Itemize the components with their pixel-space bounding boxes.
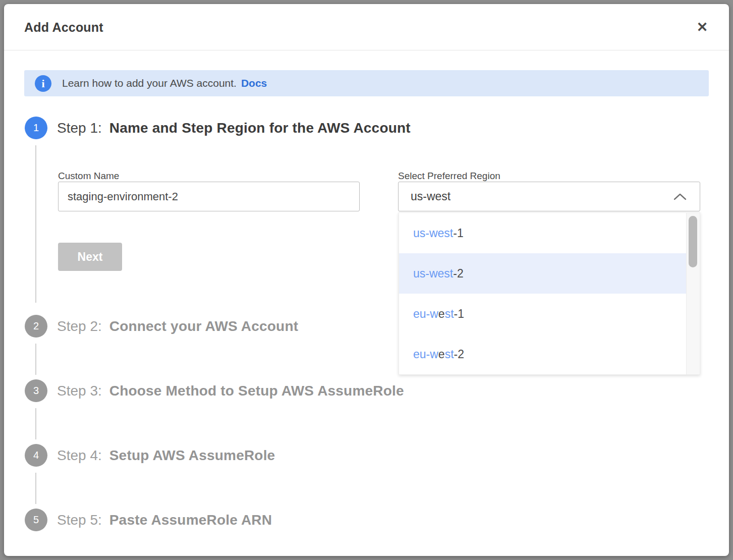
modal-backdrop: { "modal": { "title": "Add Account", "cl…: [0, 0, 733, 560]
region-option-label: eu-west-1: [413, 307, 464, 321]
step-5-badge: 5: [25, 509, 47, 531]
region-option-label: eu-west-2: [413, 348, 464, 361]
step-1-heading: Step 1: Name and Step Region for the AWS…: [57, 120, 411, 136]
add-account-modal: Add Account ✕ i Learn how to add your AW…: [4, 4, 729, 556]
dropdown-scrollbar[interactable]: [686, 213, 700, 374]
custom-name-label: Custom Name: [58, 171, 119, 182]
close-icon[interactable]: ✕: [695, 20, 710, 35]
region-option-us-west-2[interactable]: us-west-2: [399, 253, 687, 294]
page-title: Add Account: [24, 20, 103, 34]
step-2-prefix: Step 2:: [57, 318, 102, 334]
modal-header: Add Account ✕: [4, 4, 729, 50]
step-1-prefix: Step 1:: [57, 120, 102, 136]
step-connector-1: [35, 145, 36, 303]
step-4-title: Setup AWS AssumeRole: [109, 447, 275, 464]
step-2-heading: Step 2: Connect your AWS Account: [57, 318, 298, 334]
step-4-badge: 4: [25, 444, 47, 467]
step-connector-2: [35, 344, 36, 375]
region-option-us-west-1[interactable]: us-west-1: [399, 213, 687, 253]
step-4-prefix: Step 4:: [57, 447, 102, 464]
region-option-label: us-west-1: [413, 227, 464, 240]
region-select-value: us-west: [411, 190, 450, 203]
region-option-eu-west-2[interactable]: eu-west-2: [399, 334, 687, 374]
step-2-badge: 2: [25, 315, 47, 338]
step-3-title: Choose Method to Setup AWS AssumeRole: [109, 383, 404, 399]
step-5-prefix: Step 5:: [57, 512, 102, 528]
info-icon: i: [35, 75, 51, 92]
step-3-badge: 3: [25, 379, 47, 402]
docs-link[interactable]: Docs: [241, 77, 267, 89]
info-banner: i Learn how to add your AWS account. Doc…: [24, 70, 709, 96]
step-5-title: Paste AssumeRole ARN: [109, 512, 272, 528]
custom-name-input[interactable]: [58, 182, 360, 211]
step-3-prefix: Step 3:: [57, 383, 102, 399]
region-dropdown-menu: us-west-1 us-west-2 eu-west-1 eu-west-2: [399, 212, 700, 375]
step-1-badge: 1: [25, 117, 47, 139]
step-1-title: Name and Step Region for the AWS Account: [109, 120, 411, 136]
step-4-heading: Step 4: Setup AWS AssumeRole: [57, 447, 275, 464]
region-option-label: us-west-2: [413, 267, 464, 281]
step-2-title: Connect your AWS Account: [109, 318, 299, 334]
step-connector-3: [35, 408, 36, 439]
step-5-heading: Step 5: Paste AssumeRole ARN: [57, 512, 272, 528]
step-3-heading: Step 3: Choose Method to Setup AWS Assum…: [57, 383, 404, 399]
region-label: Select Preferred Region: [398, 171, 500, 182]
chevron-up-icon: [673, 193, 687, 201]
region-option-eu-west-1[interactable]: eu-west-1: [399, 294, 687, 334]
region-select[interactable]: us-west: [398, 182, 700, 211]
dropdown-scrollbar-thumb[interactable]: [689, 216, 697, 267]
next-button[interactable]: Next: [58, 243, 122, 271]
step-connector-4: [35, 473, 36, 504]
info-banner-text: Learn how to add your AWS account.: [62, 77, 237, 89]
